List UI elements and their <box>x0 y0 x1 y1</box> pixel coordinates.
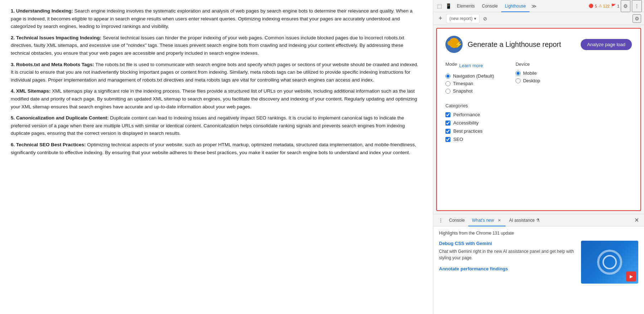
category-accessibility-label: Accessibility <box>453 120 479 126</box>
whats-new-close-button[interactable]: ✕ <box>497 218 502 223</box>
category-seo-label: SEO <box>453 137 463 142</box>
dropdown-arrow-icon: ▾ <box>474 16 476 21</box>
report-label: (new report) <box>449 16 473 21</box>
devtools-drawer: ⋮ Console What's new ✕ AI assistance ⚗ ✕… <box>433 214 644 314</box>
content-paragraph: 3. Robots.txt and Meta Robots Tags: The … <box>11 61 422 84</box>
drawer-tab-whats-new[interactable]: What's new ✕ <box>468 214 506 226</box>
tab-console[interactable]: Console <box>478 0 501 12</box>
lighthouse-subtoolbar: + (new report) ▾ ⊘ ⚙ <box>433 12 644 25</box>
drawer-content: Highlights from the Chrome 131 update De… <box>433 226 644 314</box>
clear-report-button[interactable]: ⊘ <box>481 14 489 23</box>
mode-navigation-option[interactable]: Navigation (Default) <box>445 73 494 79</box>
settings-button[interactable]: ⚙ <box>621 0 630 12</box>
content-paragraph: 2. Technical Issues Impacting Indexing: … <box>11 34 422 57</box>
svg-text:⚡: ⚡ <box>449 42 454 46</box>
device-mobile-option[interactable]: Mobile <box>516 70 540 76</box>
content-paragraph: 1. Understanding Indexing: Search engine… <box>11 7 422 30</box>
category-best-practices[interactable]: Best practices <box>445 128 632 134</box>
drawer-toolbar: ⋮ Console What's new ✕ AI assistance ⚗ ✕ <box>433 214 644 226</box>
lighthouse-logo: ⚡ <box>445 36 463 53</box>
category-performance[interactable]: Performance <box>445 112 632 117</box>
annotate-performance-link[interactable]: Annotate performance findings <box>439 266 575 271</box>
categories-section: Categories Performance Accessibility Bes… <box>445 103 632 142</box>
lighthouse-report-title: Generate a Lighthouse report <box>468 40 561 49</box>
category-performance-label: Performance <box>453 112 480 117</box>
ai-assistance-label: AI assistance <box>509 218 535 223</box>
svg-point-1 <box>447 41 452 45</box>
mode-snapshot-label: Snapshot <box>453 88 473 94</box>
warning-badge: ⚠ 122 <box>599 4 610 8</box>
tab-elements[interactable]: Elements <box>453 0 478 12</box>
device-mobile-label: Mobile <box>523 70 537 76</box>
mode-timespan-label: Timespan <box>453 81 473 86</box>
mode-navigation-label: Navigation (Default) <box>453 73 494 79</box>
page-content: 1. Understanding Indexing: Search engine… <box>0 0 433 314</box>
drawer-thumbnail: ▶ <box>581 241 638 284</box>
highlight-text: Highlights from the Chrome 131 update <box>439 231 638 236</box>
add-report-button[interactable]: + <box>436 14 445 23</box>
play-button[interactable]: ▶ <box>626 271 636 281</box>
category-accessibility-checkbox[interactable] <box>445 121 450 126</box>
drawer-tab-console[interactable]: Console <box>445 214 468 226</box>
ai-icon: ⚗ <box>536 218 540 223</box>
mode-timespan-radio[interactable] <box>445 81 450 86</box>
svg-point-0 <box>445 40 455 49</box>
thumbnail-inner <box>602 255 617 269</box>
category-best-practices-label: Best practices <box>453 128 483 134</box>
more-options-button[interactable]: ⋮ <box>632 0 642 12</box>
device-desktop-label: Desktop <box>523 78 540 83</box>
category-best-practices-checkbox[interactable] <box>445 129 450 134</box>
whats-new-label: What's new <box>472 218 494 223</box>
content-paragraph: 4. XML Sitemaps: XML sitemaps play a sig… <box>11 87 422 111</box>
mode-navigation-radio[interactable] <box>445 74 450 79</box>
drawer-text-area: Debug CSS with Gemini Chat with Gemini r… <box>439 241 575 271</box>
drawer-main-area: Debug CSS with Gemini Chat with Gemini r… <box>439 241 638 284</box>
inspect-icon[interactable]: ⬚ <box>435 0 444 12</box>
drawer-close-button[interactable]: ✕ <box>632 214 641 226</box>
lighthouse-title-area: ⚡ Generate a Lighthouse report <box>445 36 561 53</box>
info-icon: 🚩 <box>611 4 616 8</box>
content-paragraph: 5. Canonicalization and Duplicate Conten… <box>11 114 422 137</box>
lighthouse-settings-button[interactable]: ⚙ <box>633 14 641 23</box>
drawer-toolbar-right: ✕ <box>632 214 641 226</box>
warning-count: 122 <box>603 4 610 8</box>
mode-device-row: Mode Learn more Navigation (Default) Tim… <box>445 62 632 96</box>
device-desktop-radio[interactable] <box>516 78 521 83</box>
devtools-toolbar: ⬚ 📱 Elements Console Lighthouse ≫ 🔴 5 ⚠ … <box>433 0 644 12</box>
report-dropdown[interactable]: (new report) ▾ <box>446 14 479 23</box>
more-tabs-icon[interactable]: ≫ <box>530 0 538 12</box>
device-mobile-radio[interactable] <box>516 71 521 76</box>
debug-css-link[interactable]: Debug CSS with Gemini <box>439 241 575 246</box>
thumbnail-circle <box>597 250 622 275</box>
mode-timespan-option[interactable]: Timespan <box>445 81 494 86</box>
lighthouse-logo-svg: ⚡ <box>445 36 455 53</box>
mode-snapshot-option[interactable]: Snapshot <box>445 88 494 94</box>
lighthouse-main-panel: ⚡ Generate a Lighthouse report Analyze p… <box>436 28 641 211</box>
error-count: 5 <box>595 4 597 8</box>
info-count: 1 <box>617 4 619 8</box>
info-badge: 🚩 1 <box>611 4 619 8</box>
subtoolbar-right: ⚙ <box>633 14 641 23</box>
lighthouse-header: ⚡ Generate a Lighthouse report Analyze p… <box>445 36 632 53</box>
device-label: Device <box>516 62 530 67</box>
content-paragraph: 6. Technical SEO Best Practices: Optimiz… <box>11 141 422 156</box>
category-accessibility[interactable]: Accessibility <box>445 120 632 126</box>
mode-snapshot-radio[interactable] <box>445 89 450 94</box>
category-seo[interactable]: SEO <box>445 137 632 142</box>
categories-label: Categories <box>445 103 632 108</box>
mode-section: Mode Learn more Navigation (Default) Tim… <box>445 62 494 96</box>
learn-more-link[interactable]: Learn more <box>459 63 483 68</box>
debug-css-description: Chat with Gemini right in the new AI ass… <box>439 248 575 261</box>
drawer-tab-ai-assistance[interactable]: AI assistance ⚗ <box>506 214 543 226</box>
device-icon[interactable]: 📱 <box>444 0 453 12</box>
device-section: Device Mobile Desktop <box>516 62 540 96</box>
category-performance-checkbox[interactable] <box>445 112 450 117</box>
category-seo-checkbox[interactable] <box>445 137 450 142</box>
error-icon: 🔴 <box>589 4 594 8</box>
tab-lighthouse[interactable]: Lighthouse <box>501 0 530 12</box>
error-badge: 🔴 5 <box>589 4 597 8</box>
analyze-page-load-button[interactable]: Analyze page load <box>581 39 632 50</box>
mode-label: Mode <box>445 62 457 67</box>
device-desktop-option[interactable]: Desktop <box>516 78 540 83</box>
drawer-menu-icon[interactable]: ⋮ <box>436 214 445 226</box>
